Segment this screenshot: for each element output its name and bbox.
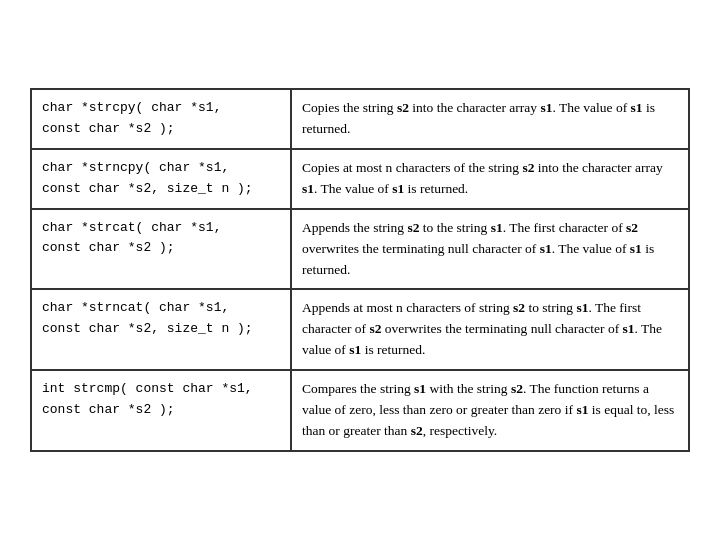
- cell-description: Compares the string s1 with the string s…: [292, 371, 688, 450]
- bold-term: s1: [623, 321, 635, 336]
- cell-description: Appends the string s2 to the string s1. …: [292, 210, 688, 289]
- bold-term: s1: [302, 181, 314, 196]
- bold-term: s1: [576, 402, 588, 417]
- bold-term: s2: [397, 100, 409, 115]
- bold-term: s1: [414, 381, 426, 396]
- bold-term: s1: [540, 100, 552, 115]
- cell-code: char *strncpy( char *s1, const char *s2,…: [32, 150, 292, 208]
- cell-code: char *strcat( char *s1, const char *s2 )…: [32, 210, 292, 289]
- bold-term: s1: [349, 342, 361, 357]
- bold-term: s1: [576, 300, 588, 315]
- bold-term: s1: [630, 241, 642, 256]
- bold-term: s2: [522, 160, 534, 175]
- string-functions-table: char *strcpy( char *s1, const char *s2 )…: [30, 88, 690, 452]
- bold-term: s1: [631, 100, 643, 115]
- table-row: char *strcat( char *s1, const char *s2 )…: [32, 210, 688, 291]
- bold-term: s2: [407, 220, 419, 235]
- cell-code: int strcmp( const char *s1, const char *…: [32, 371, 292, 450]
- cell-code: char *strncat( char *s1, const char *s2,…: [32, 290, 292, 369]
- bold-term: s2: [411, 423, 423, 438]
- cell-description: Appends at most n characters of string s…: [292, 290, 688, 369]
- bold-term: s2: [369, 321, 381, 336]
- cell-code: char *strcpy( char *s1, const char *s2 )…: [32, 90, 292, 148]
- cell-description: Copies the string s2 into the character …: [292, 90, 688, 148]
- bold-term: s2: [626, 220, 638, 235]
- table-row: char *strncat( char *s1, const char *s2,…: [32, 290, 688, 371]
- table-row: char *strncpy( char *s1, const char *s2,…: [32, 150, 688, 210]
- bold-term: s2: [513, 300, 525, 315]
- bold-term: s1: [392, 181, 404, 196]
- cell-description: Copies at most n characters of the strin…: [292, 150, 688, 208]
- table-row: int strcmp( const char *s1, const char *…: [32, 371, 688, 450]
- table-row: char *strcpy( char *s1, const char *s2 )…: [32, 90, 688, 150]
- bold-term: s2: [511, 381, 523, 396]
- bold-term: s1: [491, 220, 503, 235]
- bold-term: s1: [540, 241, 552, 256]
